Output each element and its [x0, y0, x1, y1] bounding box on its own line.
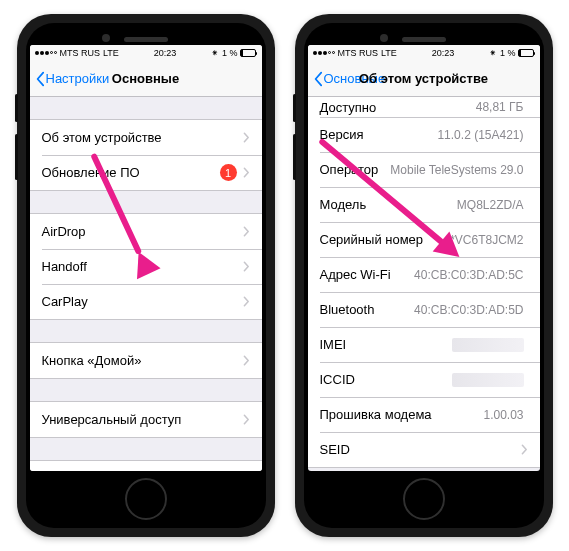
group-home: Кнопка «Домой» [30, 342, 262, 379]
group-about: Об этом устройствеОбновление ПО1 [30, 119, 262, 191]
back-label: Настройки [46, 71, 110, 86]
row-label: CarPlay [42, 294, 243, 309]
chevron-right-icon [243, 261, 250, 272]
clock: 20:23 [154, 48, 177, 58]
redacted-value [452, 338, 524, 352]
settings-row[interactable]: SEID [308, 432, 540, 467]
settings-row[interactable]: МодельMQ8L2ZD/A [308, 187, 540, 222]
back-button[interactable]: Основные [308, 71, 386, 87]
row-value: MQ8L2ZD/A [457, 198, 524, 212]
chevron-right-icon [243, 296, 250, 307]
settings-row[interactable]: AirDrop [30, 214, 262, 249]
chevron-right-icon [521, 444, 528, 455]
settings-row[interactable]: Bluetooth40:CB:C0:3D:AD:5D [308, 292, 540, 327]
bluetooth-icon: ⁕ [489, 48, 497, 58]
row-value: Mobile TeleSystems 29.0 [390, 163, 523, 177]
chevron-right-icon [243, 226, 250, 237]
chevron-right-icon [243, 167, 250, 178]
chevron-right-icon [243, 132, 250, 143]
status-bar: MTS RUS LTE 20:23 ⁕ 1 % [308, 45, 540, 61]
phone-frame-right: MTS RUS LTE 20:23 ⁕ 1 % Основные Об этом… [295, 14, 553, 537]
group-info: Доступно48,81 ГБВерсия11.0.2 (15A421)Опе… [308, 97, 540, 468]
badge: 1 [220, 164, 237, 181]
carrier: MTS RUS [338, 48, 379, 58]
signal-icon [35, 51, 57, 55]
row-label: Об этом устройстве [42, 130, 243, 145]
row-value: 40:CB:C0:3D:AD:5C [414, 268, 523, 282]
chevron-right-icon [243, 414, 250, 425]
settings-row[interactable]: ICCID [308, 362, 540, 397]
row-label: Версия [320, 127, 438, 142]
battery-pct: 1 % [222, 48, 238, 58]
settings-row[interactable]: Версия11.0.2 (15A421) [308, 117, 540, 152]
settings-row[interactable]: Handoff [30, 249, 262, 284]
clock: 20:23 [432, 48, 455, 58]
settings-row[interactable]: Хранилище iPhone [30, 461, 262, 471]
settings-row[interactable]: Универсальный доступ [30, 402, 262, 437]
bluetooth-icon: ⁕ [211, 48, 219, 58]
back-label: Основные [324, 71, 386, 86]
content[interactable]: Об этом устройствеОбновление ПО1 AirDrop… [30, 97, 262, 471]
battery-icon [518, 49, 534, 57]
row-label: SEID [320, 442, 521, 457]
row-label: Bluetooth [320, 302, 415, 317]
row-value: *VC6T8JCM2 [450, 233, 523, 247]
home-button[interactable] [125, 478, 167, 520]
group-storage: Хранилище iPhoneОбновление контента [30, 460, 262, 471]
row-label: Обновление ПО [42, 165, 220, 180]
row-label: Универсальный доступ [42, 412, 243, 427]
phone-frame-left: MTS RUS LTE 20:23 ⁕ 1 % Настройки Основн… [17, 14, 275, 537]
row-label: Адрес Wi-Fi [320, 267, 415, 282]
settings-row[interactable]: Серийный номер*VC6T8JCM2 [308, 222, 540, 257]
nav-bar: Настройки Основные [30, 61, 262, 97]
network: LTE [103, 48, 119, 58]
settings-row[interactable]: ОператорMobile TeleSystems 29.0 [308, 152, 540, 187]
status-bar: MTS RUS LTE 20:23 ⁕ 1 % [30, 45, 262, 61]
row-label: Кнопка «Домой» [42, 353, 243, 368]
home-button[interactable] [403, 478, 445, 520]
screen-left: MTS RUS LTE 20:23 ⁕ 1 % Настройки Основн… [30, 45, 262, 471]
settings-row[interactable]: Обновление ПО1 [30, 155, 262, 190]
nav-bar: Основные Об этом устройстве [308, 61, 540, 97]
settings-row[interactable]: CarPlay [30, 284, 262, 319]
row-value: 48,81 ГБ [476, 100, 524, 114]
row-label: Доступно [320, 100, 476, 115]
row-value: 1.00.03 [483, 408, 523, 422]
row-label: Handoff [42, 259, 243, 274]
settings-row[interactable]: Кнопка «Домой» [30, 343, 262, 378]
network: LTE [381, 48, 397, 58]
row-label: ICCID [320, 372, 452, 387]
chevron-right-icon [243, 355, 250, 366]
row-label: AirDrop [42, 224, 243, 239]
signal-icon [313, 51, 335, 55]
row-label: Прошивка модема [320, 407, 484, 422]
battery-icon [240, 49, 256, 57]
row-value: 11.0.2 (15A421) [437, 128, 523, 142]
row-label: Оператор [320, 162, 391, 177]
content[interactable]: Доступно48,81 ГБВерсия11.0.2 (15A421)Опе… [308, 97, 540, 471]
carrier: MTS RUS [60, 48, 101, 58]
row-label: Модель [320, 197, 457, 212]
screen-right: MTS RUS LTE 20:23 ⁕ 1 % Основные Об этом… [308, 45, 540, 471]
battery-pct: 1 % [500, 48, 516, 58]
redacted-value [452, 373, 524, 387]
group-connect: AirDropHandoffCarPlay [30, 213, 262, 320]
chevron-left-icon [34, 71, 46, 87]
chevron-left-icon [312, 71, 324, 87]
settings-row[interactable]: Доступно48,81 ГБ [308, 97, 540, 117]
row-label: Серийный номер [320, 232, 451, 247]
settings-row[interactable]: Об этом устройстве [30, 120, 262, 155]
row-value: 40:CB:C0:3D:AD:5D [414, 303, 523, 317]
settings-row[interactable]: Прошивка модема1.00.03 [308, 397, 540, 432]
back-button[interactable]: Настройки [30, 71, 110, 87]
settings-row[interactable]: Адрес Wi-Fi40:CB:C0:3D:AD:5C [308, 257, 540, 292]
row-label: IMEI [320, 337, 452, 352]
settings-row[interactable]: IMEI [308, 327, 540, 362]
group-access: Универсальный доступ [30, 401, 262, 438]
